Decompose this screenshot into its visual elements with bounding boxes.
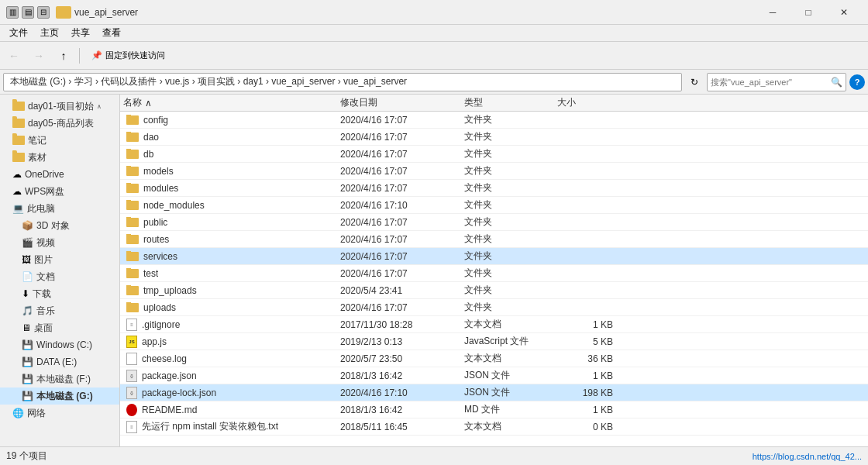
minimize-button[interactable]: ─ [755,0,790,25]
address-path[interactable]: 本地磁盘 (G:) › 学习 › 代码以及插件 › vue.js › 项目实践 … [3,73,682,91]
sidebar-item-drive-g[interactable]: 💾 本地磁盘 (G:) [0,388,119,405]
table-row[interactable]: uploads 2020/4/16 17:07 文件夹 [120,299,868,316]
sidebar-item-downloads[interactable]: ⬇ 下载 [0,285,119,302]
close-button[interactable]: ✕ [826,0,862,25]
column-header-type[interactable]: 类型 [461,95,554,112]
table-row[interactable]: JS app.js 2019/2/13 0:13 JavaScript 文件 5… [120,333,868,350]
folder-icon [126,150,139,159]
file-date: 2020/4/16 17:10 [337,200,461,211]
sidebar-label: 桌面 [34,322,53,335]
file-date: 2018/1/3 16:42 [337,370,461,381]
file-name-cell: services [120,251,337,262]
sidebar-item-notes[interactable]: 笔记 [0,132,119,149]
up-button[interactable]: ↑ [53,45,74,67]
title-bar: ▥ ▤ ⊟ vue_api_server ─ □ ✕ [0,0,868,25]
file-name: modules [143,183,178,194]
file-name-cell: JS app.js [120,336,337,348]
table-row[interactable]: ≡ 先运行 npm install 安装依赖包.txt 2018/5/11 16… [120,418,868,436]
table-row[interactable]: config 2020/4/16 17:07 文件夹 [120,112,868,129]
drive-icon: 💾 [22,339,33,350]
sidebar-item-materials[interactable]: 素材 [0,149,119,166]
table-row[interactable]: services 2020/4/16 17:07 文件夹 [120,248,868,265]
file-date: 2020/4/16 17:07 [337,251,461,262]
sidebar-item-3d[interactable]: 📦 3D 对象 [0,217,119,234]
table-row[interactable]: {} package.json 2018/1/3 16:42 JSON 文件 1… [120,367,868,384]
folder-icon [12,119,25,128]
table-row[interactable]: ≡ .gitignore 2017/11/30 18:28 文本文档 1 KB [120,316,868,333]
sidebar-item-video[interactable]: 🎬 视频 [0,234,119,251]
file-type: 文本文档 [461,420,554,433]
table-row[interactable]: cheese.log 2020/5/7 23:50 文本文档 36 KB [120,350,868,367]
forward-button[interactable]: → [28,45,50,67]
sidebar-item-day01[interactable]: day01-项目初始 ∧ [0,98,119,115]
menu-share[interactable]: 共享 [65,25,96,41]
folder-icon [126,184,139,193]
table-row[interactable]: db 2020/4/16 17:07 文件夹 [120,146,868,163]
file-name: models [143,166,174,177]
maximize-button[interactable]: □ [790,0,826,25]
folder-icon [12,102,25,111]
sidebar-item-onedrive[interactable]: ☁ OneDrive [0,166,119,183]
file-date: 2020/4/16 17:10 [337,388,461,398]
menu-view[interactable]: 查看 [96,25,127,41]
file-type: 文件夹 [461,250,554,263]
back-button[interactable]: ← [3,45,25,67]
column-header-size[interactable]: 大小 [554,95,616,112]
table-row[interactable]: routes 2020/4/16 17:07 文件夹 [120,231,868,248]
window-icon-1[interactable]: ▥ [6,6,19,19]
column-header-name[interactable]: 名称 ∧ [120,95,337,112]
sidebar-item-desktop[interactable]: 🖥 桌面 [0,319,119,336]
sidebar-item-drive-f[interactable]: 💾 本地磁盘 (F:) [0,370,119,388]
menu-home[interactable]: 主页 [34,25,65,41]
window-icon-2[interactable]: ▤ [22,6,34,19]
menu-file[interactable]: 文件 [3,25,34,41]
file-name: 先运行 npm install 安装依赖包.txt [142,420,278,433]
table-row[interactable]: {} package-lock.json 2020/4/16 17:10 JSO… [120,384,868,401]
file-date: 2018/1/3 16:42 [337,405,461,415]
file-type: 文本文档 [461,318,554,331]
table-row[interactable]: public 2020/4/16 17:07 文件夹 [120,214,868,231]
help-button[interactable]: ? [849,74,865,90]
sidebar-item-computer[interactable]: 💻 此电脑 [0,200,119,217]
window-icon-3[interactable]: ⊟ [37,6,50,19]
file-name: .gitignore [142,319,180,330]
sidebar-item-wps[interactable]: ☁ WPS网盘 [0,183,119,200]
table-row[interactable]: tmp_uploads 2020/5/4 23:41 文件夹 [120,282,868,299]
file-name: dao [143,132,159,143]
table-row[interactable]: modules 2020/4/16 17:07 文件夹 [120,180,868,197]
sidebar-item-drive-c[interactable]: 💾 Windows (C:) [0,336,119,353]
table-row[interactable]: models 2020/4/16 17:07 文件夹 [120,163,868,180]
table-row[interactable]: node_modules 2020/4/16 17:10 文件夹 [120,197,868,214]
sidebar-label: Windows (C:) [36,339,92,350]
file-name: config [143,115,168,126]
search-box[interactable]: 🔍 [707,73,846,91]
refresh-button[interactable]: ↻ [685,73,704,91]
file-date: 2020/4/16 17:07 [337,115,461,126]
file-type: MD 文件 [461,403,554,416]
sidebar-label: 图片 [34,253,53,267]
music-icon: 🎵 [22,305,33,316]
sidebar-item-day05[interactable]: day05-商品列表 [0,115,119,132]
table-row[interactable]: README.md 2018/1/3 16:42 MD 文件 1 KB [120,401,868,418]
table-row[interactable]: test 2020/4/16 17:07 文件夹 [120,265,868,282]
column-header-date[interactable]: 修改日期 [337,95,461,112]
window-title: vue_api_server [74,7,755,18]
text-file-icon: ≡ [126,421,137,433]
pin-button[interactable]: 📌 固定到快速访问 [84,45,172,67]
sidebar-item-drive-e[interactable]: 💾 DATA (E:) [0,353,119,370]
log-file-icon [126,353,137,365]
file-size: 1 KB [554,370,616,381]
file-date: 2020/4/16 17:07 [337,166,461,177]
file-list-area: 名称 ∧ 修改日期 类型 大小 config 2020/4/16 17:07 文… [120,95,868,446]
table-row[interactable]: dao 2020/4/16 17:07 文件夹 [120,129,868,146]
sidebar-item-documents[interactable]: 📄 文档 [0,268,119,285]
sidebar-item-pictures[interactable]: 🖼 图片 [0,251,119,268]
sidebar-item-music[interactable]: 🎵 音乐 [0,302,119,319]
search-input[interactable] [711,78,831,87]
sidebar-item-network[interactable]: 🌐 网络 [0,405,119,422]
file-name-cell: {} package.json [120,370,337,382]
file-name-cell: ≡ 先运行 npm install 安装依赖包.txt [120,420,337,433]
file-date: 2020/4/16 17:07 [337,268,461,279]
status-bar: 19 个项目 https://blog.csdn.net/qq_42... [0,446,868,465]
file-type: 文件夹 [461,301,554,314]
